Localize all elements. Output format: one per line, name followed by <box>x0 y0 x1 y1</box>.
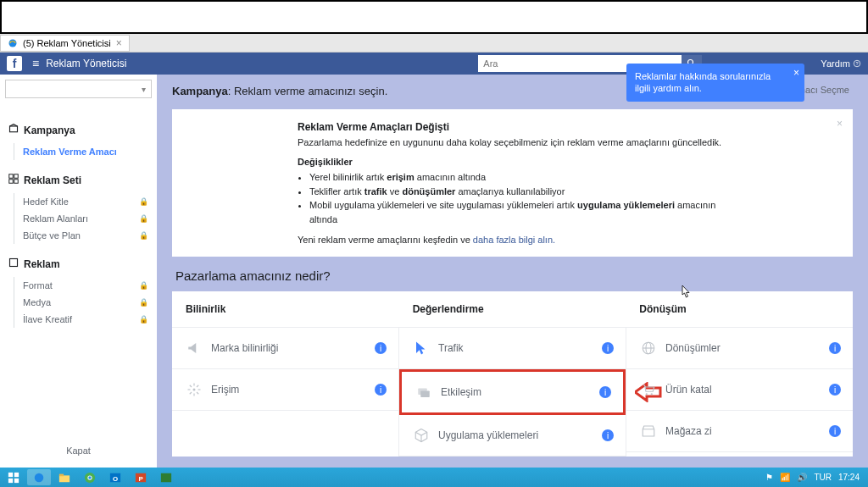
sidebar-item[interactable]: Bütçe ve Plan🔒 <box>23 227 157 244</box>
sidebar-heading[interactable]: Kampanya <box>8 124 157 136</box>
lock-icon: 🔒 <box>139 231 148 240</box>
notice-subtitle: Değişiklikler <box>298 157 738 167</box>
tray-lang[interactable]: TUR <box>814 473 832 482</box>
sidebar-item[interactable]: Medya🔒 <box>23 294 157 311</box>
svg-rect-21 <box>420 391 430 398</box>
tab-title: (5) Reklam Yöneticisi <box>23 38 111 48</box>
notice-list: Yerel bilinirlik artık erişim amacının a… <box>298 170 738 226</box>
lock-icon: 🔒 <box>139 197 148 206</box>
sidebar-close-button[interactable]: Kapat <box>0 434 157 468</box>
taskbar-app-icon[interactable] <box>154 469 178 485</box>
svg-point-25 <box>646 393 648 395</box>
svg-point-26 <box>651 393 653 395</box>
tray-flag-icon[interactable]: ⚑ <box>765 473 773 482</box>
objective-option[interactable]: Erişimi <box>172 369 398 411</box>
cursor-icon <box>413 340 430 357</box>
taskbar-outlook-icon[interactable]: O <box>103 469 127 485</box>
sidebar-item[interactable]: Format🔒 <box>23 277 157 294</box>
info-icon[interactable]: i <box>829 425 841 437</box>
notice-bullet: Yerel bilinirlik artık erişim amacının a… <box>309 170 738 185</box>
tray-clock[interactable]: 17:24 <box>838 473 860 482</box>
facebook-logo-icon[interactable]: f <box>7 56 22 71</box>
notice-title: Reklam Verme Amaçları Değişti <box>298 121 738 133</box>
svg-line-18 <box>190 392 192 394</box>
notice-text: Pazarlama hedefinize en uygununu daha ko… <box>298 136 738 148</box>
taskbar-powerpoint-icon[interactable]: P <box>129 469 153 485</box>
learn-more-link[interactable]: daha fazla bilgi alın. <box>473 235 555 245</box>
megaphone-icon <box>186 340 203 357</box>
window-top-border <box>0 0 868 34</box>
objective-label: Etkileşim <box>441 386 481 398</box>
start-button[interactable] <box>2 469 25 485</box>
help-link[interactable]: Yardım ? <box>821 58 861 69</box>
svg-rect-28 <box>14 472 19 476</box>
svg-text:O: O <box>113 474 118 482</box>
tray-network-icon[interactable]: 📶 <box>780 473 790 482</box>
svg-rect-32 <box>59 475 70 482</box>
section-icon <box>8 257 19 270</box>
info-icon[interactable]: i <box>829 342 841 354</box>
lock-icon: 🔒 <box>139 315 148 324</box>
info-icon[interactable]: i <box>375 342 387 354</box>
tab-close-icon[interactable]: × <box>116 37 122 49</box>
svg-rect-10 <box>10 259 18 267</box>
notice-close-icon[interactable]: × <box>837 118 843 130</box>
account-dropdown[interactable]: ▾ <box>5 80 152 98</box>
sidebar-heading[interactable]: Reklam Seti <box>8 174 157 186</box>
objective-option[interactable]: Ürün katali <box>626 369 853 411</box>
svg-rect-8 <box>9 180 14 184</box>
objective-label: Trafik <box>438 342 464 354</box>
sidebar-heading[interactable]: Reklam <box>8 257 157 270</box>
sidebar-item[interactable]: Hedef Kitle🔒 <box>23 193 157 210</box>
info-icon[interactable]: i <box>375 384 387 396</box>
objective-label: Mağaza zi <box>665 425 712 437</box>
objective-column-header: Değerlendirme <box>399 291 626 327</box>
taskbar-ie-icon[interactable] <box>27 469 51 485</box>
objective-label: Erişim <box>211 384 239 396</box>
objective-option[interactable]: Dönüşümleri <box>626 328 853 369</box>
info-icon[interactable]: i <box>602 342 614 354</box>
info-icon[interactable]: i <box>599 386 611 398</box>
lock-icon: 🔒 <box>139 298 148 307</box>
sidebar-item[interactable]: Reklam Verme Amacı <box>23 143 157 160</box>
section-icon <box>8 174 19 186</box>
objective-option[interactable]: Marka bilinirliğii <box>172 328 398 369</box>
cart-icon <box>640 381 657 398</box>
browser-tab-bar: (5) Reklam Yöneticisi × <box>0 34 868 53</box>
store-icon <box>640 423 657 440</box>
svg-point-11 <box>193 389 196 391</box>
sidebar-item[interactable]: İlave Kreatif🔒 <box>23 311 157 328</box>
svg-rect-7 <box>14 174 19 179</box>
svg-rect-29 <box>8 478 13 482</box>
objective-option[interactable]: Etkileşimi <box>399 369 626 415</box>
objective-column-header: Dönüşüm <box>626 291 853 327</box>
tray-volume-icon[interactable]: 🔊 <box>797 473 807 482</box>
content-area: Kampanya: Reklam verme amacınızı seçin. … <box>157 75 868 468</box>
reach-icon <box>186 381 203 398</box>
notice-bullet: Teklifler artık trafik ve dönüşümler ama… <box>309 185 738 199</box>
svg-text:?: ? <box>855 61 858 66</box>
taskbar-explorer-icon[interactable] <box>53 469 76 485</box>
sidebar-item[interactable]: Reklam Alanları🔒 <box>23 210 157 227</box>
menu-icon[interactable]: ≡ <box>32 57 39 70</box>
info-icon[interactable]: i <box>829 384 841 396</box>
svg-rect-33 <box>59 473 64 476</box>
notice-card: × Reklam Verme Amaçları Değişti Pazarlam… <box>172 109 853 257</box>
tooltip-close-icon[interactable]: × <box>793 67 799 80</box>
svg-rect-5 <box>10 126 18 132</box>
info-icon[interactable]: i <box>602 429 614 441</box>
objective-label: Dönüşümler <box>665 342 721 354</box>
objective-option[interactable]: Uygulama yüklemelerii <box>399 415 626 457</box>
objectives-panel: BilinirlikDeğerlendirmeDönüşüm Marka bil… <box>172 291 853 457</box>
left-sidebar: ▾ KampanyaReklam Verme AmacıReklam SetiH… <box>0 75 157 468</box>
objective-option[interactable]: Trafiki <box>399 328 626 369</box>
notice-bullet: Mobil uygulama yüklemeleri ve site uygul… <box>309 198 738 226</box>
objective-option[interactable]: Mağaza zii <box>626 411 853 452</box>
svg-line-19 <box>197 385 198 387</box>
browser-tab[interactable]: (5) Reklam Yöneticisi × <box>0 35 130 52</box>
svg-line-16 <box>190 385 192 387</box>
svg-point-36 <box>88 476 92 479</box>
taskbar-chrome-icon[interactable] <box>78 469 102 485</box>
section-icon <box>8 124 19 136</box>
windows-taskbar: O P ⚑ 📶 🔊 TUR 17:24 <box>0 468 868 487</box>
